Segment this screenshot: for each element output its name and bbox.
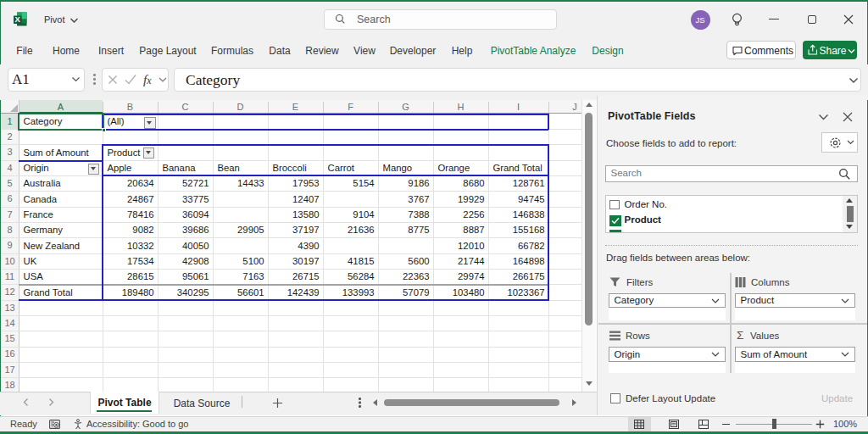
svg-text:X: X (15, 14, 21, 24)
